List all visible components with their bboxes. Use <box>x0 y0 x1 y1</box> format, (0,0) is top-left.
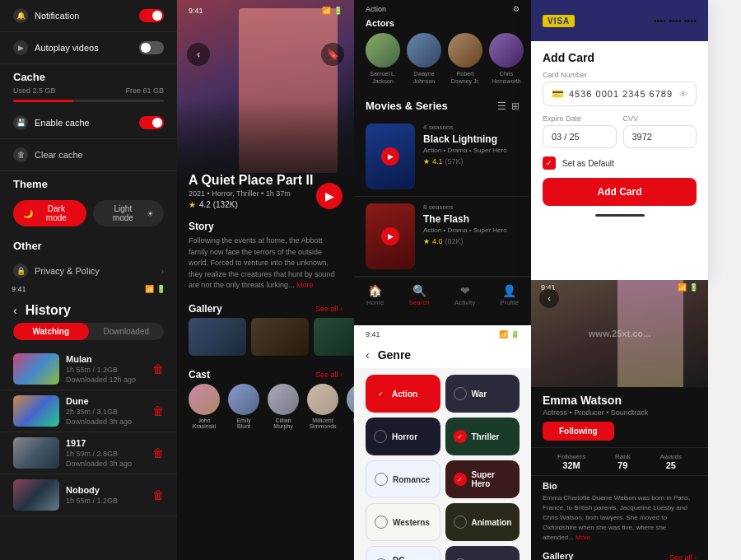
bio-more-link[interactable]: More <box>576 534 590 541</box>
add-card-button[interactable]: Add Card <box>543 178 697 206</box>
cast-row: JohnKrasinski EmilyBlunt CillianMurphy M… <box>177 384 354 436</box>
nav-profile[interactable]: 👤 Profile <box>500 284 519 306</box>
emma-panel: 9:41 📶🔋 ‹ www.25xt.co... Emma Watson Act… <box>531 280 708 560</box>
gallery-row <box>177 318 354 362</box>
gallery-see-all[interactable]: See all › <box>315 305 343 313</box>
privacy-row[interactable]: 🔒 Privacy & Policy › <box>0 255 177 280</box>
nobody-info: Nobody 1h 55m / 1.2GB <box>66 485 146 505</box>
cast-item: MillicentSimmonds <box>307 384 338 429</box>
emma-roles: Actress • Producer • Soundtrack <box>531 408 708 422</box>
cache-labels: Used 2.5 GB Free 61 GB <box>0 86 177 95</box>
light-mode-label: Light mode <box>103 204 143 222</box>
genre-superhero[interactable]: ✓ Super Hero <box>445 460 520 498</box>
grid-icon[interactable]: ⊞ <box>511 100 520 112</box>
actors-section: Actors Samuel L.Jackson DwayneJohnson Ro… <box>354 15 531 91</box>
gallery-see-all[interactable]: See all › <box>669 553 697 561</box>
card-number-input[interactable]: 💳 4536 0001 2345 6789 👁 <box>543 82 697 106</box>
genre-title: Genre <box>378 348 411 362</box>
genre-war[interactable]: War <box>445 375 520 413</box>
action-check: ✓ <box>374 387 387 400</box>
play-button[interactable]: ▶ <box>381 227 399 245</box>
card-widget: VISA •••• •••• •••• <box>531 0 708 41</box>
expire-label: Expire Date <box>543 114 617 125</box>
history-status-bar: 9:41 📶🔋 <box>0 280 177 295</box>
mulan-delete[interactable]: 🗑 <box>152 362 164 376</box>
mulan-sub: Downloaded 12h ago <box>66 376 146 384</box>
expire-input[interactable]: 03 / 25 <box>543 125 617 148</box>
watching-tab[interactable]: Watching <box>13 323 89 340</box>
privacy-chevron: › <box>161 267 164 276</box>
cast-avatar-4 <box>307 384 338 415</box>
eye-icon[interactable]: 👁 <box>679 90 687 99</box>
gallery-thumb-1 <box>189 318 246 356</box>
genre-dccomics[interactable]: DC Comics <box>366 546 440 560</box>
thriller-check: ✓ <box>454 430 467 443</box>
genre-back-button[interactable]: ‹ <box>366 348 370 362</box>
notification-toggle[interactable] <box>139 9 164 22</box>
mulan-info: Mulan 1h 55m / 1.2GB Downloaded 12h ago <box>66 354 146 384</box>
the-flash-poster: ▶ <box>366 203 415 269</box>
search-icon: 🔍 <box>408 284 429 297</box>
play-button[interactable]: ▶ <box>381 147 399 166</box>
the-flash-info: 8 seasons The Flash Action • Drama • Sup… <box>423 203 520 269</box>
nav-search[interactable]: 🔍 Search <box>408 284 429 306</box>
actor-avatar-2 <box>407 33 441 68</box>
dune-thumb <box>13 395 59 427</box>
genre-horror[interactable]: Horror <box>366 418 440 455</box>
movie-detail-panel: 9:41 📶🔋 ‹ 🔖 A Quiet Place Part II 2021 •… <box>177 0 354 560</box>
actor-name-4: ChrisHemsworth <box>489 70 524 85</box>
nobody-delete[interactable]: 🗑 <box>152 488 164 502</box>
followers-value: 32M <box>557 460 585 470</box>
westerns-label: Westerns <box>393 518 430 527</box>
emma-back-button[interactable]: ‹ <box>539 288 559 308</box>
movie-time: 9:41 <box>189 7 203 15</box>
series-item-the-flash: ▶ 8 seasons The Flash Action • Drama • S… <box>354 197 531 277</box>
default-checkbox[interactable]: ✓ <box>543 156 556 170</box>
war-check <box>454 387 467 400</box>
story-more-link[interactable]: More <box>296 281 314 289</box>
clear-cache-label: Clear cache <box>35 150 83 160</box>
dune-meta: 2h 35m / 3.1GB <box>66 408 146 416</box>
rank-label: Rank <box>615 453 631 460</box>
cvv-input[interactable]: 3972 <box>623 125 697 148</box>
series-rating: ★ 4.0 (82K) <box>423 237 520 245</box>
genre-comedy[interactable]: Comedy <box>445 546 520 560</box>
cast-name-5: S. Pe...Olu... <box>347 418 354 429</box>
1917-meta: 1h 59m / 2.8GB <box>66 450 146 458</box>
war-label: War <box>472 390 487 399</box>
theme-buttons: 🌙 Dark mode Light mode ☀ <box>0 194 177 233</box>
black-lightning-poster: ▶ <box>366 124 415 189</box>
genre-romance[interactable]: Romance <box>366 460 440 498</box>
list-icon[interactable]: ☰ <box>497 100 506 112</box>
bookmark-button[interactable]: 🔖 <box>321 43 344 66</box>
follow-button[interactable]: Following <box>543 422 614 441</box>
genre-status-bar: 9:41 📶🔋 <box>354 325 531 340</box>
nav-home[interactable]: 🏠 Home <box>366 284 384 306</box>
history-back-button[interactable]: ‹ <box>13 304 17 317</box>
light-mode-button[interactable]: Light mode ☀ <box>93 200 164 226</box>
followers-stat: Followers 32M <box>557 453 585 470</box>
dune-delete[interactable]: 🗑 <box>152 404 164 418</box>
series-panel: Action ⚙ Actors Samuel L.Jackson DwayneJ… <box>354 0 531 325</box>
genre-animation[interactable]: Animation <box>445 503 520 541</box>
romance-check <box>375 473 388 486</box>
1917-delete[interactable]: 🗑 <box>152 446 164 460</box>
cast-see-all[interactable]: See all › <box>315 371 343 379</box>
genre-thriller[interactable]: ✓ Thriller <box>445 418 520 455</box>
play-button[interactable]: ▶ <box>316 183 343 209</box>
enable-cache-toggle[interactable] <box>139 116 164 129</box>
actor-item: ChrisHemsworth <box>489 33 524 85</box>
clear-cache-row[interactable]: 🗑 Clear cache <box>0 139 177 171</box>
downloaded-tab[interactable]: Downloaded <box>89 323 165 340</box>
history-time: 9:41 <box>12 285 26 293</box>
movie-back-button[interactable]: ‹ <box>187 43 210 66</box>
add-card-title: Add Card <box>531 41 708 71</box>
genre-action[interactable]: ✓ Action <box>366 375 440 413</box>
autoplay-toggle[interactable] <box>139 41 164 54</box>
notification-icon: 🔔 <box>13 8 28 23</box>
1917-title: 1917 <box>66 438 146 448</box>
nav-activity[interactable]: ❤ Activity <box>454 284 475 306</box>
autoplay-row: ▶ Autoplay videos <box>0 32 177 64</box>
dark-mode-button[interactable]: 🌙 Dark mode <box>13 200 86 226</box>
genre-westerns[interactable]: Westerns <box>366 503 440 541</box>
